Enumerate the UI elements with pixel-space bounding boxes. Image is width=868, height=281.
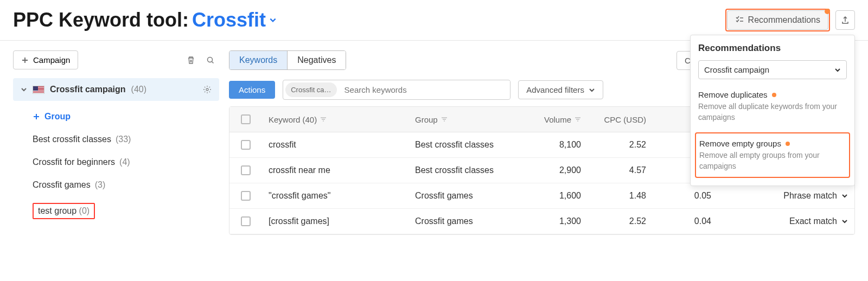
cell-match-type[interactable]: Phrase match [718, 183, 854, 208]
group-name: Crossfit games [33, 180, 91, 190]
search-button[interactable] [202, 52, 219, 69]
sidebar-group-item[interactable]: Crossfit games (3) [13, 174, 219, 196]
group-count: (4) [119, 157, 130, 167]
plus-icon [21, 56, 29, 64]
gear-icon [203, 85, 212, 94]
project-selector[interactable]: Crossfit [192, 9, 277, 31]
campaign-name: Crossfit campaign [50, 85, 126, 94]
column-volume[interactable]: Volume [522, 107, 588, 132]
group-name: Crossfit for beginners [33, 157, 115, 167]
project-name: Crossfit [192, 9, 266, 31]
row-checkbox[interactable] [241, 216, 251, 226]
recommendation-item-duplicates[interactable]: Remove duplicates Remove all duplicate k… [698, 87, 847, 126]
advanced-filters-button[interactable]: Advanced filters [518, 80, 603, 99]
svg-point-0 [208, 57, 213, 62]
cell-volume: 1,600 [522, 183, 588, 208]
cell-keyword: [crossfit games] [262, 209, 409, 234]
cell-volume: 8,100 [522, 132, 588, 157]
recommendation-title: Remove empty groups [699, 139, 781, 148]
group-name: test group [38, 206, 76, 215]
group-count: (33) [116, 135, 131, 144]
sidebar: Campaign Crossfit campaign (40) [13, 50, 219, 235]
recommendation-title: Remove duplicates [698, 90, 768, 99]
svg-point-1 [206, 88, 208, 91]
filter-chip[interactable]: Crossfit ca… [285, 82, 336, 97]
row-checkbox[interactable] [241, 191, 251, 201]
tabs: Keywords Negatives [229, 50, 346, 70]
notification-dot-icon [786, 142, 790, 146]
tab-keywords[interactable]: Keywords [229, 51, 288, 69]
cell-volume: 2,900 [522, 158, 588, 183]
cell-group: Crossfit games [409, 209, 522, 234]
cell-cpc: 4.57 [588, 158, 653, 183]
recommendations-highlight: Recommendations [725, 9, 830, 31]
popup-campaign-select[interactable]: Crossfit campaign [698, 60, 847, 79]
recommendations-button[interactable]: Recommendations [727, 10, 828, 30]
campaign-count: (40) [131, 85, 146, 94]
notification-dot-icon [772, 93, 776, 97]
column-cpc[interactable]: CPC (USD) [588, 107, 653, 132]
recommendation-highlight: Remove empty groups Remove all empty gro… [695, 132, 850, 178]
cell-cpc: 2.52 [588, 209, 653, 234]
cell-keyword: crossfit near me [262, 158, 409, 183]
export-button[interactable] [835, 10, 855, 30]
plus-icon [33, 113, 40, 120]
row-checkbox[interactable] [241, 165, 251, 175]
cell-volume: 1,300 [522, 209, 588, 234]
column-label: CPC (USD) [604, 115, 647, 124]
popup-campaign-value: Crossfit campaign [704, 65, 769, 74]
recommendation-desc: Remove all duplicate keywords from your … [698, 101, 847, 123]
checklist-icon [735, 16, 744, 24]
cell-comp: 0.04 [653, 209, 718, 234]
sort-icon [320, 117, 327, 122]
group-count: (3) [95, 180, 106, 190]
add-campaign-button[interactable]: Campaign [13, 50, 78, 69]
sidebar-group-item[interactable]: Best crossfit classes (33) [13, 128, 219, 151]
group-name: Best crossfit classes [33, 135, 111, 144]
cell-cpc: 1.48 [588, 183, 653, 208]
chevron-down-icon [841, 218, 848, 225]
cell-keyword: "crossfit games" [262, 183, 409, 208]
us-flag-icon [33, 86, 44, 94]
recommendation-item-empty-groups[interactable]: Remove empty groups Remove all empty gro… [699, 136, 846, 175]
recommendations-label: Recommendations [748, 15, 820, 25]
page-title: PPC Keyword tool: [13, 9, 189, 31]
search-icon [206, 56, 215, 65]
cell-group: Crossfit games [409, 183, 522, 208]
column-label: Group [415, 115, 438, 124]
popup-title: Recommendations [698, 43, 847, 54]
select-all-checkbox[interactable] [241, 114, 251, 124]
tab-negatives[interactable]: Negatives [288, 51, 346, 69]
export-icon [841, 16, 850, 24]
cell-cpc: 2.52 [588, 132, 653, 157]
sidebar-group-item[interactable]: test group (0) [13, 196, 219, 226]
cell-comp: 0.05 [653, 183, 718, 208]
delete-button[interactable] [182, 52, 200, 69]
campaign-settings-button[interactable] [203, 85, 212, 94]
recommendations-popup: Recommendations Crossfit campaign Remove… [690, 35, 855, 186]
notification-dot-icon [825, 9, 830, 14]
table-row: [crossfit games] Crossfit games 1,300 2.… [229, 209, 854, 234]
add-group-button[interactable]: Group [13, 105, 219, 128]
add-group-label: Group [44, 112, 71, 122]
group-count: (0) [79, 206, 90, 215]
chevron-down-icon [269, 16, 277, 24]
advanced-filters-label: Advanced filters [526, 85, 584, 94]
table-row: "crossfit games" Crossfit games 1,600 1.… [229, 183, 854, 209]
cell-match-type[interactable]: Exact match [718, 209, 854, 234]
actions-button[interactable]: Actions [229, 81, 275, 99]
column-keyword[interactable]: Keyword (40) [262, 107, 409, 132]
recommendation-desc: Remove all empty groups from your campai… [699, 150, 846, 171]
chevron-down-icon [834, 67, 841, 73]
column-group[interactable]: Group [409, 107, 522, 132]
sidebar-campaign-row[interactable]: Crossfit campaign (40) [13, 78, 219, 101]
group-highlight: test group (0) [33, 203, 95, 219]
sort-icon [441, 117, 448, 122]
search-input[interactable] [339, 81, 510, 99]
sort-icon [575, 117, 581, 122]
trash-icon [187, 56, 195, 65]
row-checkbox[interactable] [241, 140, 251, 150]
cell-group: Best crossfit classes [409, 132, 522, 157]
cell-keyword: crossfit [262, 132, 409, 157]
sidebar-group-item[interactable]: Crossfit for beginners (4) [13, 151, 219, 174]
